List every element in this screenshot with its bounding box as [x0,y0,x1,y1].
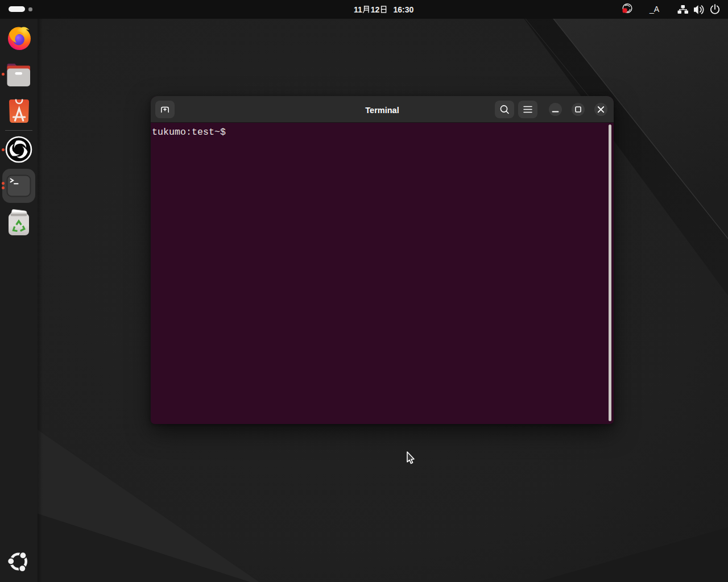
svg-text:_A: _A [649,5,660,14]
